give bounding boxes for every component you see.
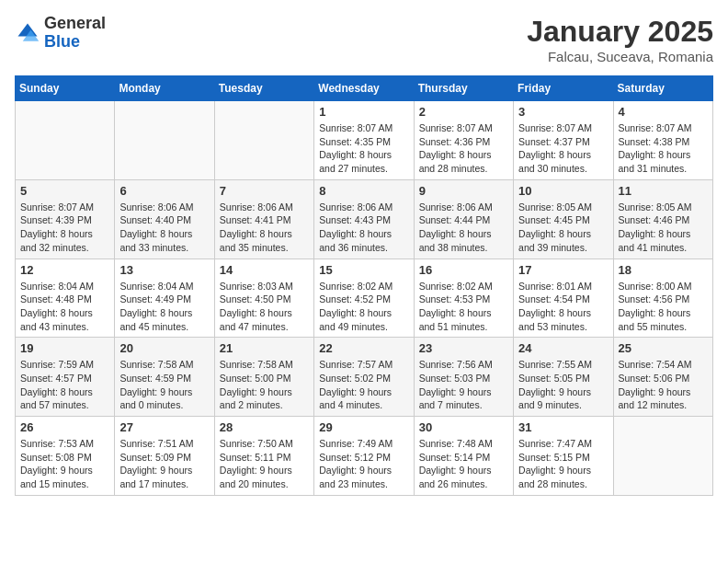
calendar-cell: 18Sunrise: 8:00 AM Sunset: 4:56 PM Dayli… (613, 259, 712, 338)
calendar-cell (214, 101, 313, 180)
logo: General Blue (15, 15, 106, 52)
day-info: Sunrise: 7:56 AM Sunset: 5:03 PM Dayligh… (419, 358, 508, 412)
day-info: Sunrise: 7:53 AM Sunset: 5:08 PM Dayligh… (20, 437, 109, 491)
day-info: Sunrise: 8:01 AM Sunset: 4:54 PM Dayligh… (518, 280, 608, 334)
day-info: Sunrise: 8:02 AM Sunset: 4:53 PM Dayligh… (419, 280, 508, 334)
calendar-cell: 2Sunrise: 8:07 AM Sunset: 4:36 PM Daylig… (414, 101, 513, 180)
day-number: 18 (619, 263, 708, 277)
calendar-cell: 24Sunrise: 7:55 AM Sunset: 5:05 PM Dayli… (514, 338, 613, 417)
calendar-week-row: 5Sunrise: 8:07 AM Sunset: 4:39 PM Daylig… (16, 179, 713, 259)
day-info: Sunrise: 8:07 AM Sunset: 4:37 PM Dayligh… (518, 121, 608, 176)
day-info: Sunrise: 7:48 AM Sunset: 5:14 PM Dayligh… (419, 437, 508, 491)
calendar-cell: 12Sunrise: 8:04 AM Sunset: 4:48 PM Dayli… (16, 259, 115, 338)
calendar-cell: 15Sunrise: 8:02 AM Sunset: 4:52 PM Dayli… (314, 259, 414, 338)
day-info: Sunrise: 7:51 AM Sunset: 5:09 PM Dayligh… (119, 437, 209, 491)
calendar-cell: 7Sunrise: 8:06 AM Sunset: 4:41 PM Daylig… (214, 179, 313, 259)
calendar-cell (115, 101, 214, 180)
day-info: Sunrise: 8:07 AM Sunset: 4:36 PM Dayligh… (419, 121, 508, 176)
day-info: Sunrise: 8:06 AM Sunset: 4:40 PM Dayligh… (119, 201, 209, 255)
day-number: 27 (119, 420, 209, 434)
month-title: January 2025 (527, 15, 713, 49)
calendar-cell: 13Sunrise: 8:04 AM Sunset: 4:49 PM Dayli… (115, 259, 214, 338)
calendar-cell: 21Sunrise: 7:58 AM Sunset: 5:00 PM Dayli… (214, 338, 313, 417)
day-info: Sunrise: 8:05 AM Sunset: 4:45 PM Dayligh… (518, 201, 608, 255)
calendar-cell: 9Sunrise: 8:06 AM Sunset: 4:44 PM Daylig… (414, 179, 513, 259)
weekday-header-thursday: Thursday (414, 76, 513, 101)
day-info: Sunrise: 8:06 AM Sunset: 4:44 PM Dayligh… (419, 201, 508, 255)
calendar-cell: 19Sunrise: 7:59 AM Sunset: 4:57 PM Dayli… (16, 338, 115, 417)
day-number: 16 (419, 263, 508, 277)
calendar-cell: 6Sunrise: 8:06 AM Sunset: 4:40 PM Daylig… (115, 179, 214, 259)
day-info: Sunrise: 8:05 AM Sunset: 4:46 PM Dayligh… (619, 201, 708, 255)
day-info: Sunrise: 7:57 AM Sunset: 5:02 PM Dayligh… (319, 358, 408, 412)
day-info: Sunrise: 8:04 AM Sunset: 4:49 PM Dayligh… (119, 280, 209, 334)
calendar-cell: 14Sunrise: 8:03 AM Sunset: 4:50 PM Dayli… (214, 259, 313, 338)
calendar-cell: 27Sunrise: 7:51 AM Sunset: 5:09 PM Dayli… (115, 417, 214, 496)
weekday-header-monday: Monday (115, 76, 214, 101)
day-number: 12 (20, 263, 109, 277)
day-info: Sunrise: 7:50 AM Sunset: 5:11 PM Dayligh… (220, 437, 309, 491)
day-info: Sunrise: 8:07 AM Sunset: 4:38 PM Dayligh… (619, 121, 708, 176)
calendar-week-row: 1Sunrise: 8:07 AM Sunset: 4:35 PM Daylig… (16, 101, 713, 180)
calendar-cell: 4Sunrise: 8:07 AM Sunset: 4:38 PM Daylig… (613, 101, 712, 180)
day-number: 6 (119, 184, 209, 198)
day-number: 23 (419, 341, 508, 355)
calendar-cell: 29Sunrise: 7:49 AM Sunset: 5:12 PM Dayli… (314, 417, 414, 496)
day-info: Sunrise: 8:06 AM Sunset: 4:41 PM Dayligh… (220, 201, 309, 255)
day-number: 4 (619, 105, 708, 119)
day-info: Sunrise: 7:49 AM Sunset: 5:12 PM Dayligh… (319, 437, 408, 491)
day-info: Sunrise: 8:07 AM Sunset: 4:39 PM Dayligh… (20, 201, 109, 255)
weekday-header-saturday: Saturday (613, 76, 712, 101)
calendar-cell: 25Sunrise: 7:54 AM Sunset: 5:06 PM Dayli… (613, 338, 712, 417)
day-info: Sunrise: 7:55 AM Sunset: 5:05 PM Dayligh… (518, 358, 608, 412)
calendar-cell: 31Sunrise: 7:47 AM Sunset: 5:15 PM Dayli… (514, 417, 613, 496)
calendar-week-row: 12Sunrise: 8:04 AM Sunset: 4:48 PM Dayli… (16, 259, 713, 338)
day-number: 9 (419, 184, 508, 198)
day-number: 15 (319, 263, 408, 277)
calendar-cell: 10Sunrise: 8:05 AM Sunset: 4:45 PM Dayli… (514, 179, 613, 259)
day-info: Sunrise: 8:04 AM Sunset: 4:48 PM Dayligh… (20, 280, 109, 334)
page-header: General Blue January 2025 Falcau, Suceav… (15, 15, 713, 64)
calendar-cell: 1Sunrise: 8:07 AM Sunset: 4:35 PM Daylig… (314, 101, 414, 180)
calendar-cell: 16Sunrise: 8:02 AM Sunset: 4:53 PM Dayli… (414, 259, 513, 338)
calendar-cell: 23Sunrise: 7:56 AM Sunset: 5:03 PM Dayli… (414, 338, 513, 417)
day-info: Sunrise: 7:47 AM Sunset: 5:15 PM Dayligh… (518, 437, 608, 491)
calendar-week-row: 19Sunrise: 7:59 AM Sunset: 4:57 PM Dayli… (16, 338, 713, 417)
day-info: Sunrise: 7:59 AM Sunset: 4:57 PM Dayligh… (20, 358, 109, 412)
weekday-header-row: SundayMondayTuesdayWednesdayThursdayFrid… (16, 76, 713, 101)
day-number: 11 (619, 184, 708, 198)
calendar-cell: 20Sunrise: 7:58 AM Sunset: 4:59 PM Dayli… (115, 338, 214, 417)
day-number: 29 (319, 420, 408, 434)
day-number: 10 (518, 184, 608, 198)
day-number: 2 (419, 105, 508, 119)
calendar-cell: 22Sunrise: 7:57 AM Sunset: 5:02 PM Dayli… (314, 338, 414, 417)
calendar-table: SundayMondayTuesdayWednesdayThursdayFrid… (15, 75, 713, 496)
day-info: Sunrise: 8:02 AM Sunset: 4:52 PM Dayligh… (319, 280, 408, 334)
location: Falcau, Suceava, Romania (527, 49, 713, 64)
day-number: 5 (20, 184, 109, 198)
day-info: Sunrise: 7:58 AM Sunset: 5:00 PM Dayligh… (220, 358, 309, 412)
title-block: January 2025 Falcau, Suceava, Romania (527, 15, 713, 64)
calendar-cell: 3Sunrise: 8:07 AM Sunset: 4:37 PM Daylig… (514, 101, 613, 180)
day-info: Sunrise: 8:06 AM Sunset: 4:43 PM Dayligh… (319, 201, 408, 255)
day-info: Sunrise: 8:03 AM Sunset: 4:50 PM Dayligh… (220, 280, 309, 334)
calendar-week-row: 26Sunrise: 7:53 AM Sunset: 5:08 PM Dayli… (16, 417, 713, 496)
day-number: 30 (419, 420, 508, 434)
day-number: 19 (20, 341, 109, 355)
day-number: 20 (119, 341, 209, 355)
logo-icon (15, 20, 40, 46)
day-number: 31 (518, 420, 608, 434)
calendar-cell: 17Sunrise: 8:01 AM Sunset: 4:54 PM Dayli… (514, 259, 613, 338)
logo-text: General Blue (44, 15, 106, 52)
day-info: Sunrise: 7:54 AM Sunset: 5:06 PM Dayligh… (619, 358, 708, 412)
day-number: 26 (20, 420, 109, 434)
day-number: 14 (220, 263, 309, 277)
weekday-header-tuesday: Tuesday (214, 76, 313, 101)
day-number: 13 (119, 263, 209, 277)
day-number: 25 (619, 341, 708, 355)
day-number: 17 (518, 263, 608, 277)
calendar-cell: 26Sunrise: 7:53 AM Sunset: 5:08 PM Dayli… (16, 417, 115, 496)
day-number: 3 (518, 105, 608, 119)
day-number: 24 (518, 341, 608, 355)
day-number: 22 (319, 341, 408, 355)
